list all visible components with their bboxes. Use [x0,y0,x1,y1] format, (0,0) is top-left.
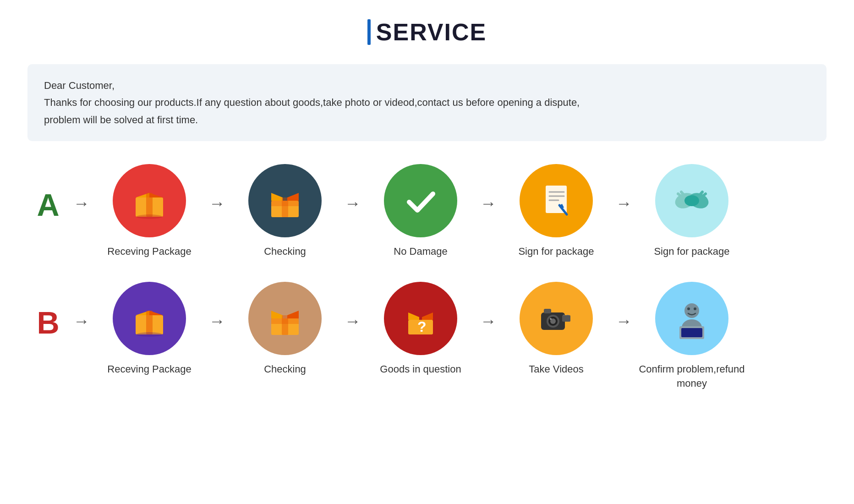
step-a3-icon [384,164,457,237]
arrow-a1: → [204,194,230,213]
svg-marker-7 [287,193,299,201]
step-a4-icon [520,164,593,237]
svg-marker-6 [271,193,283,201]
step-b1: Receving Package [94,282,204,377]
svg-point-50 [687,307,690,310]
step-b3-label: Goods in question [380,362,461,377]
svg-rect-42 [544,309,551,313]
svg-rect-9 [282,197,288,217]
flow-row-b: B → Receving Package → [27,282,827,391]
step-b2: Checking [230,282,340,377]
arrow-b4: → [611,312,637,331]
flow-section-b: B → Receving Package → [27,282,827,391]
step-b1-label: Receving Package [107,362,191,377]
notice-line2: Thanks for choosing our products.If any … [44,94,810,111]
letter-b: B [27,305,69,340]
step-a5-label: Sign for package [654,245,729,259]
svg-rect-3 [146,193,153,217]
svg-point-18 [684,195,699,206]
step-a2-icon [248,164,322,237]
svg-rect-49 [681,328,702,337]
arrow-b0: → [69,312,94,331]
svg-point-27 [137,332,162,337]
notice-line3: problem will be solved at first time. [44,111,810,128]
step-a2: Checking [230,164,340,259]
arrow-b1: → [204,312,230,331]
step-b1-icon [113,282,186,355]
title-accent-bar [367,19,371,45]
step-b3-icon: ? [384,282,457,355]
step-b4-label: Take Videos [529,362,583,377]
svg-point-4 [137,214,162,219]
step-a4-label: Sign for package [518,245,594,259]
step-a1-label: Receving Package [107,245,191,259]
step-a5: Sign for package [637,164,747,259]
step-a1: Receving Package [94,164,204,259]
step-a4: Sign for package [501,164,611,259]
step-b4: Take Videos [501,282,611,377]
arrow-a2: → [340,194,366,213]
step-a1-icon [113,164,186,237]
step-b4-icon [520,282,593,355]
arrow-a4: → [611,194,637,213]
step-b5: Confirm problem,refund money [637,282,747,391]
step-b2-label: Checking [264,362,306,377]
svg-rect-32 [282,315,288,335]
svg-text:?: ? [417,318,427,335]
arrow-b2: → [340,312,366,331]
flow-row-a: A → Receving Package → [27,164,827,259]
step-b5-label: Confirm problem,refund money [637,362,747,391]
svg-point-51 [694,307,696,310]
step-a5-icon [655,164,728,237]
step-a2-label: Checking [264,245,306,259]
arrow-a3: → [476,194,501,213]
svg-rect-26 [146,311,153,334]
svg-marker-29 [271,311,283,318]
svg-point-41 [550,318,552,320]
flow-section-a: A → Receving Package → [27,164,827,259]
step-a3-label: No Damage [394,245,447,259]
step-b2-icon [248,282,322,355]
page-title: SERVICE [376,18,487,46]
page-title-container: SERVICE [367,18,487,46]
step-b5-icon [655,282,728,355]
letter-a: A [27,187,69,223]
svg-point-46 [684,303,699,318]
step-a3: No Damage [366,164,476,259]
svg-marker-30 [287,311,299,318]
notice-line1: Dear Customer, [44,77,810,94]
svg-rect-45 [562,315,570,322]
arrow-b3: → [476,312,501,331]
step-b3: ? Goods in question [366,282,476,377]
notice-box: Dear Customer, Thanks for choosing our p… [27,64,827,141]
arrow-a0: → [69,194,94,213]
